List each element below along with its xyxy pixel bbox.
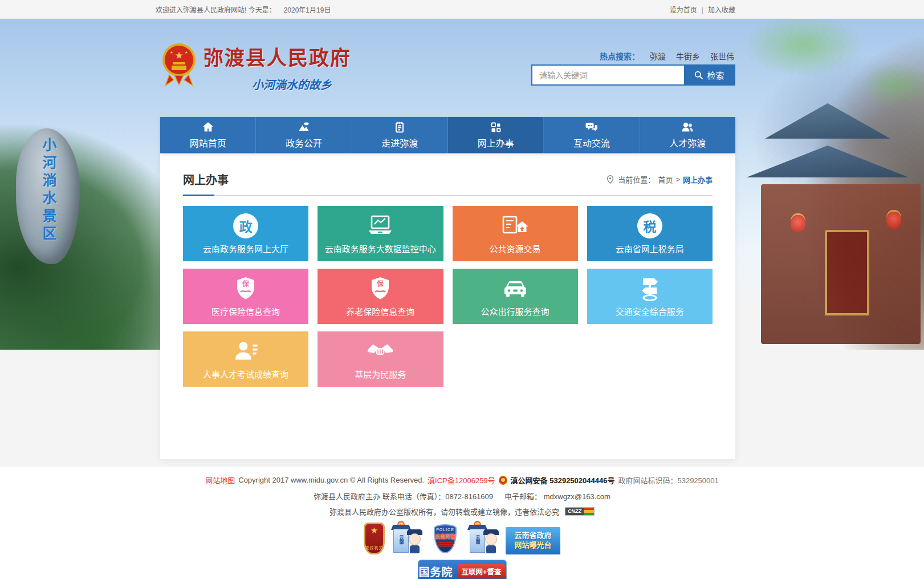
insurance-shield-icon: 保 — [369, 276, 392, 301]
hot-search-row: 热点搜索： 弥渡 牛街乡 张世伟 — [600, 50, 734, 62]
nav-item-label: 走进弥渡 — [381, 136, 418, 149]
add-favorite-link[interactable]: 加入收藏 — [708, 6, 735, 14]
set-homepage-link[interactable]: 设为首页 — [670, 6, 697, 14]
tile-pension-insurance-query[interactable]: 保 养老保险信息查询 — [318, 269, 443, 324]
hot-search-link-zhangshiwei[interactable]: 张世伟 — [710, 50, 734, 62]
rights-text: 弥渡县人民政府办公室版权所有，请勿转载或建立镜像，违者依法必究 — [329, 506, 559, 517]
main-nav: 网站首页 政务公开 走进弥渡 网上办事 互动交流 人才弥渡 — [160, 117, 735, 153]
icp-record-link[interactable]: 滇ICP备12006259号 — [428, 475, 495, 485]
tile-public-resource-trading[interactable]: 公共资源交易 — [453, 206, 578, 261]
mascot-body — [410, 545, 420, 553]
tile-grassroots-service[interactable]: 基层为民服务 — [318, 331, 443, 387]
national-emblem-logo: ★ ★ ★ — [160, 42, 198, 87]
state-council-label: 国务院 — [419, 564, 453, 579]
nav-item-gov-open[interactable]: 政务公开 — [256, 117, 352, 153]
tile-label: 交通安全综合服务 — [616, 305, 684, 317]
doc-house-icon — [501, 214, 530, 237]
nav-item-label: 网上办事 — [478, 136, 514, 149]
gov-seal-icon: 政 — [233, 213, 258, 238]
tile-label: 云南省网上税务局 — [616, 242, 684, 254]
tile-label: 养老保险信息查询 — [346, 305, 414, 317]
badge-police-mascot-2[interactable]: @ 云南 — [467, 523, 500, 554]
site-header: ★ ★ ★ 弥渡县人民政府 小河淌水的故乡 热点搜索： 弥渡 牛街乡 张世伟 检… — [160, 19, 735, 117]
exposure-badge-line1: 云南省政府 — [514, 531, 551, 541]
nav-item-home[interactable]: 网站首页 — [160, 117, 256, 153]
gov-supervision-banner[interactable]: 国务院 互联网+督查 — [418, 560, 507, 579]
badge-police-mascot-1[interactable]: @ 云南 — [390, 523, 424, 554]
svg-text:保: 保 — [242, 280, 250, 288]
email-address: mdxwgzx@163.com — [544, 492, 610, 501]
tax-seal-icon: 税 — [637, 213, 662, 238]
data-monitor-icon — [367, 214, 394, 237]
tile-label: 医疗保险信息查询 — [211, 305, 280, 317]
search-button[interactable]: 检索 — [684, 66, 734, 84]
nav-item-label: 互动交流 — [573, 136, 610, 149]
badge-exposure-platform[interactable]: 云南省政府 网站曝光台 — [506, 527, 560, 554]
party-badge-star-icon: ★ — [371, 526, 378, 535]
tile-label: 公共资源交易 — [490, 242, 541, 254]
sitemap-link[interactable]: 网站地图 — [205, 475, 235, 485]
police-box-label: 云南 — [474, 535, 481, 552]
cnzz-counter-badge[interactable]: CNZZ — [565, 507, 595, 516]
gov-open-icon — [297, 120, 311, 134]
title-divider — [183, 195, 713, 196]
temple-scenery — [730, 93, 924, 350]
tile-medical-insurance-query[interactable]: 保 医疗保险信息查询 — [183, 269, 308, 324]
nav-item-talent[interactable]: 人才弥渡 — [640, 117, 735, 153]
hot-search-label: 热点搜索： — [600, 50, 640, 62]
signpost-icon — [637, 276, 662, 302]
tile-public-travel-query[interactable]: 公众出行服务查询 — [453, 269, 578, 324]
internet-supervision-tag: 互联网+督查 — [458, 564, 506, 578]
topbar-divider: | — [702, 6, 703, 14]
tile-big-data-monitor-center[interactable]: 云南政务服务大数据监控中心 — [318, 206, 443, 261]
public-security-badge-icon — [499, 476, 507, 485]
top-utility-bar: 欢迎进入弥渡县人民政府网站! 今天是：2020年1月19日 设为首页|加入收藏 — [0, 0, 924, 19]
breadcrumb-separator: > — [675, 175, 680, 184]
badge-party-gov[interactable]: ★ 党政机关 — [364, 523, 385, 554]
nav-item-label: 人才弥渡 — [669, 136, 706, 149]
police-box-label: 云南 — [398, 535, 404, 552]
current-date: 2020年1月19日 — [284, 6, 331, 14]
tile-online-tax-bureau[interactable]: 税 云南省网上税务局 — [587, 206, 713, 261]
svg-text:★: ★ — [174, 50, 183, 61]
insurance-shield-icon: 保 — [234, 276, 257, 301]
scenic-rock-text: 小河淌水景区 — [38, 137, 58, 264]
nav-item-label: 网站首页 — [190, 136, 226, 149]
police-record-link[interactable]: 滇公网安备 53292502044446号 — [511, 475, 615, 485]
footer-badges-row: ★ 党政机关 @ 云南 POLICE 云南网警 @ — [0, 522, 924, 554]
tile-yunnan-gov-service-hall[interactable]: 政 云南政务服务网上大厅 — [183, 206, 308, 261]
footer: 网站地图 Copyright 2017 www.midu.gov.cn © Al… — [0, 467, 924, 579]
about-midu-icon — [393, 120, 406, 134]
copyright-text: Copyright 2017 www.midu.gov.cn © All Rig… — [238, 476, 424, 484]
svg-text:★: ★ — [170, 50, 173, 55]
email-text: 电子邮箱： mdxwgzx@163.com — [504, 491, 610, 501]
scenic-rock: 小河淌水景区 — [16, 128, 80, 264]
cnzz-label: CNZZ — [565, 508, 584, 515]
tile-label: 云南政务服务网上大厅 — [203, 242, 288, 254]
nav-item-online-services[interactable]: 网上办事 — [448, 117, 544, 153]
mascot-head — [485, 533, 497, 545]
site-code-text: 政府网站标识码：5329250001 — [618, 475, 718, 485]
search-input[interactable] — [532, 66, 684, 84]
email-label: 电子邮箱： — [504, 492, 542, 501]
breadcrumb-label: 当前位置： — [618, 174, 655, 185]
badge-cyber-police[interactable]: POLICE 云南网警 — [429, 523, 461, 554]
person-list-icon — [233, 340, 259, 363]
tile-label: 公众出行服务查询 — [481, 305, 549, 317]
tile-label: 人事人才考试成绩查询 — [203, 368, 288, 380]
hot-search-link-midu[interactable]: 弥渡 — [650, 50, 666, 62]
tile-exam-score-query[interactable]: 人事人才考试成绩查询 — [183, 331, 308, 387]
hot-search-link-niujie[interactable]: 牛街乡 — [676, 50, 700, 62]
breadcrumb-current[interactable]: 网上办事 — [683, 174, 713, 185]
tile-label: 基层为民服务 — [355, 368, 406, 380]
cnzz-stripes — [584, 508, 594, 515]
svg-text:★: ★ — [185, 50, 188, 55]
nav-item-interaction[interactable]: 互动交流 — [544, 117, 640, 153]
search-box: 检索 — [531, 64, 735, 86]
nav-item-about-midu[interactable]: 走进弥渡 — [352, 117, 448, 153]
search-button-label: 检索 — [707, 69, 724, 81]
cyber-police-shield-icon: POLICE 云南网警 — [434, 524, 457, 553]
police-box: 云南 — [393, 529, 409, 553]
tile-traffic-safety-service[interactable]: 交通安全综合服务 — [587, 269, 713, 324]
breadcrumb-home-link[interactable]: 首页 — [658, 174, 673, 185]
